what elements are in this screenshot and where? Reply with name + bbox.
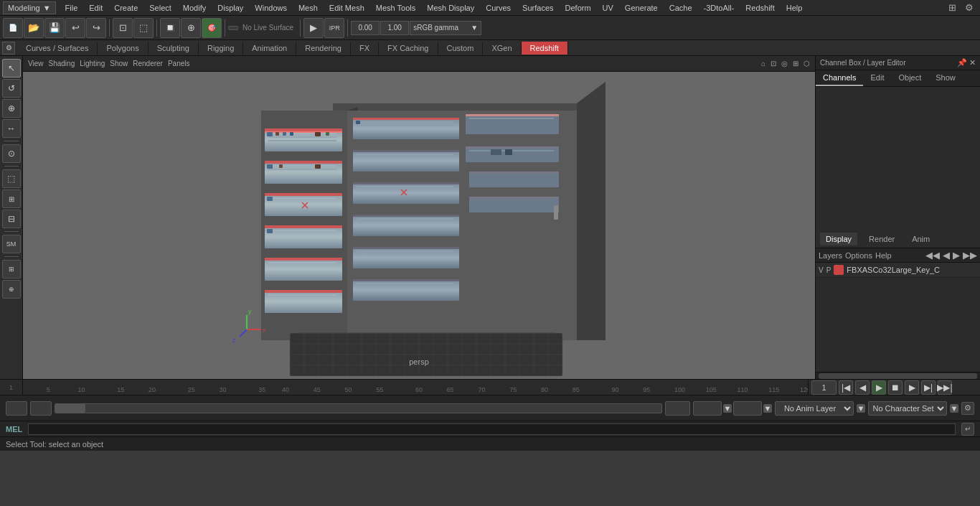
layer-ctrl-4[interactable]: ▶▶ xyxy=(963,250,977,261)
tool-select[interactable]: ↖ xyxy=(2,59,21,78)
cb-tab-edit[interactable]: Edit xyxy=(863,70,891,86)
menu-item-create[interactable]: Create xyxy=(109,2,143,14)
vp-menu-renderer[interactable]: Renderer xyxy=(131,59,165,68)
gamma-input-1[interactable]: 0.00 xyxy=(351,21,380,35)
cb-tab-show[interactable]: Show xyxy=(928,70,963,86)
range-start-input[interactable]: 1 xyxy=(6,401,27,416)
range-end-input[interactable]: 120 xyxy=(665,401,690,416)
tab-curves-surfaces[interactable]: Curves / Surfaces xyxy=(17,42,98,55)
menu-item-file[interactable]: File xyxy=(60,2,83,14)
cb-tab-channels[interactable]: Channels xyxy=(816,70,863,86)
menu-item-mesh-display[interactable]: Mesh Display xyxy=(422,2,479,14)
tab-polygons[interactable]: Polygons xyxy=(98,42,148,55)
menu-item-generate[interactable]: Generate xyxy=(620,2,663,14)
timeline-ruler[interactable]: 5 10 15 20 25 30 35 40 45 50 55 60 65 70… xyxy=(23,380,808,395)
layer-menu-options[interactable]: Options xyxy=(845,251,872,260)
cmd-enter-btn[interactable]: ↵ xyxy=(961,423,974,436)
cb-close-btn[interactable]: ✕ xyxy=(969,58,976,67)
vp-icon-grid[interactable]: ⊞ xyxy=(791,59,801,68)
render-btn[interactable]: ▶ xyxy=(303,18,324,38)
gamma-selector[interactable]: sRGB gamma ▼ xyxy=(410,21,481,35)
shelf-select-btn[interactable]: ⊡ xyxy=(113,18,133,38)
shelf-lasso-btn[interactable]: ⬚ xyxy=(133,18,154,38)
gamma-input-2[interactable]: 1.00 xyxy=(380,21,409,35)
menu-item-edit-mesh[interactable]: Edit Mesh xyxy=(324,2,369,14)
viewport[interactable]: x y z persp xyxy=(23,72,815,379)
layer-tab-anim[interactable]: Anim xyxy=(906,233,936,245)
layer-ctrl-1[interactable]: ◀◀ xyxy=(925,250,940,261)
anim-end-dropdown[interactable]: ▼ xyxy=(723,404,732,413)
next-key-btn[interactable]: ▶| xyxy=(921,380,936,395)
menu-item-edit[interactable]: Edit xyxy=(84,2,108,14)
layer-tab-display[interactable]: Display xyxy=(820,233,857,245)
layer-menu-help[interactable]: Help xyxy=(875,251,892,260)
menu-item-mesh[interactable]: Mesh xyxy=(293,2,323,14)
last-frame-btn[interactable]: ▶▶| xyxy=(938,380,952,395)
menu-item-3dtall[interactable]: -3DtoAll- xyxy=(699,2,740,14)
tab-redshift[interactable]: Redshift xyxy=(522,42,568,55)
tab-custom[interactable]: Custom xyxy=(438,42,484,55)
menu-item-mesh-tools[interactable]: Mesh Tools xyxy=(371,2,420,14)
shelf-save-btn[interactable]: 💾 xyxy=(44,18,65,38)
tool-last-tool[interactable]: ⊙ xyxy=(2,144,21,163)
menu-item-windows[interactable]: Windows xyxy=(250,2,292,14)
vp-menu-shading[interactable]: Shading xyxy=(47,59,77,68)
current-frame-input2[interactable]: 1 xyxy=(30,401,52,416)
cb-tab-object[interactable]: Object xyxy=(891,70,928,86)
char-set-settings[interactable]: ⚙ xyxy=(961,402,974,415)
shelf-magnet-btn[interactable]: ⊕ xyxy=(181,18,201,38)
menu-item-select[interactable]: Select xyxy=(144,2,176,14)
tab-rendering[interactable]: Rendering xyxy=(296,42,351,55)
vp-menu-view[interactable]: View xyxy=(26,59,46,68)
tool-snap-grid[interactable]: ⊞ xyxy=(2,260,21,278)
menu-item-deform[interactable]: Deform xyxy=(560,2,596,14)
tab-sculpting[interactable]: Sculpting xyxy=(149,42,199,55)
tool-rotate[interactable]: ⊕ xyxy=(2,99,21,118)
shelf-redo-btn[interactable]: ↪ xyxy=(86,18,106,38)
settings-icon[interactable]: ⚙ xyxy=(961,1,977,14)
shelf-camera-btn[interactable]: 🎯 xyxy=(202,18,222,38)
play-btn[interactable]: ▶ xyxy=(872,380,886,395)
layer-ctrl-3[interactable]: ▶ xyxy=(953,250,960,261)
channel-box-scrollbar[interactable] xyxy=(816,372,980,379)
vp-icon-select-camera[interactable]: ◎ xyxy=(779,59,790,68)
prev-key-btn[interactable]: |◀ xyxy=(839,380,853,395)
vp-menu-panels[interactable]: Panels xyxy=(166,59,192,68)
tab-xgen[interactable]: XGen xyxy=(483,42,521,55)
tab-fx[interactable]: FX xyxy=(351,42,379,55)
menu-item-curves[interactable]: Curves xyxy=(481,2,516,14)
shelf-new-btn[interactable]: 📄 xyxy=(3,18,23,38)
shelf-open-btn[interactable]: 📂 xyxy=(24,18,44,38)
menu-item-cache[interactable]: Cache xyxy=(664,2,697,14)
menu-item-uv[interactable]: UV xyxy=(598,2,618,14)
shelf-snap-btn[interactable]: 🔲 xyxy=(160,18,180,38)
prev-frame-btn[interactable]: ◀ xyxy=(855,380,870,395)
current-frame-input[interactable] xyxy=(811,380,837,395)
menu-item-surfaces[interactable]: Surfaces xyxy=(517,2,558,14)
vp-icon-xray[interactable]: ⬡ xyxy=(801,59,812,68)
tool-scale[interactable]: ↔ xyxy=(2,119,21,138)
vp-icon-camera-home[interactable]: ⌂ xyxy=(759,59,768,68)
workspace-dropdown[interactable]: Modeling ▼ xyxy=(3,1,56,14)
shelf-settings-btn[interactable]: ⚙ xyxy=(2,42,15,55)
tool-show-manip[interactable]: SM xyxy=(2,235,21,253)
tool-snap-curve[interactable]: ⊕ xyxy=(2,280,21,299)
layer-row-1[interactable]: V P FBXASCo32Large_Key_C xyxy=(816,263,980,278)
tab-fx-caching[interactable]: FX Caching xyxy=(379,42,438,55)
layer-ctrl-2[interactable]: ◀ xyxy=(943,250,950,261)
anim-end-input[interactable]: 120 xyxy=(693,401,722,416)
anim-layer-dropdown[interactable]: ▼ xyxy=(857,404,865,413)
vp-menu-lighting[interactable]: Lighting xyxy=(77,59,107,68)
tab-rigging[interactable]: Rigging xyxy=(199,42,243,55)
playback-slider[interactable] xyxy=(55,403,662,413)
menu-item-modify[interactable]: Modify xyxy=(178,2,211,14)
playback-speed-input[interactable]: 200 xyxy=(733,401,762,416)
tool-symmetry[interactable]: ⊞ xyxy=(2,189,21,208)
tool-soft-select[interactable]: ⬚ xyxy=(2,169,21,188)
ipr-btn[interactable]: IPR xyxy=(324,18,344,38)
stop-btn[interactable]: ⏹ xyxy=(888,380,903,395)
char-set-select[interactable]: No Character Set xyxy=(868,401,947,416)
command-input[interactable] xyxy=(28,423,956,435)
char-set-dropdown[interactable]: ▼ xyxy=(950,404,958,413)
shelf-undo-btn[interactable]: ↩ xyxy=(65,18,85,38)
